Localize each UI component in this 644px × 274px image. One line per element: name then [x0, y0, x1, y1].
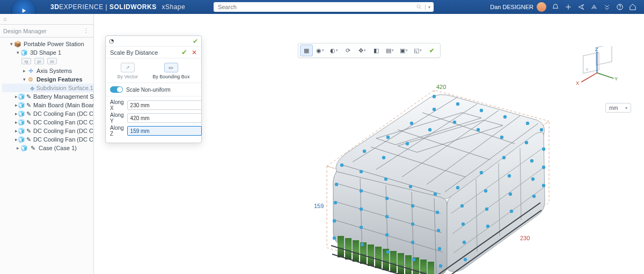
dim-z: 159 [314, 203, 324, 209]
svg-point-61 [360, 208, 363, 211]
dialog-icon: ◔ [109, 38, 114, 45]
svg-point-39 [503, 115, 507, 119]
svg-point-74 [438, 247, 441, 250]
3d-model[interactable]: 420 159 230 [301, 82, 564, 274]
dim-y: 420 [436, 84, 446, 90]
svg-point-47 [480, 171, 483, 174]
svg-point-32 [363, 150, 366, 153]
svg-text:X: X [576, 80, 580, 86]
svg-point-52 [428, 128, 431, 131]
tool-section[interactable]: ◧ [370, 45, 383, 56]
svg-point-34 [410, 122, 413, 125]
svg-point-50 [382, 156, 385, 159]
svg-point-80 [484, 189, 487, 192]
svg-point-70 [411, 241, 414, 244]
tool-fit[interactable]: ◉▾ [314, 45, 327, 56]
add-icon[interactable] [565, 3, 572, 11]
svg-point-48 [502, 156, 506, 159]
svg-point-88 [532, 195, 536, 198]
help-icon[interactable] [616, 3, 624, 11]
tree-toolbar[interactable]: ⌂ [0, 14, 93, 25]
tool-confirm[interactable]: ✔ [426, 45, 438, 56]
app-header: 3DEXPERIENCE | SOLIDWORKS xShape | ▾ Dan… [0, 0, 644, 14]
svg-rect-30 [428, 262, 434, 274]
collab2-icon[interactable] [603, 3, 611, 11]
tool-cube[interactable]: ◱▾ [412, 45, 425, 56]
svg-point-41 [540, 128, 543, 131]
svg-point-35 [433, 108, 436, 111]
svg-point-58 [333, 219, 336, 223]
svg-point-51 [406, 142, 409, 145]
tree-3d-shape[interactable]: ▾🧊3D Shape 1 [2, 48, 93, 57]
svg-point-36 [433, 95, 436, 98]
tree-item[interactable]: ▸🧊✎Case (Case 1) [2, 144, 93, 152]
tree-item[interactable]: ▸🧊✎DC Cooling Fan (DC Cooling F… [2, 118, 93, 127]
search-box[interactable]: | ▾ [214, 2, 434, 12]
svg-point-54 [477, 128, 480, 131]
scale-by-distance-dialog: ◔ ✔ Scale By Distance ✔ ✕ ↗By Vector ▭By… [105, 35, 202, 143]
svg-point-63 [361, 243, 364, 246]
svg-point-40 [526, 122, 529, 125]
svg-line-1 [420, 8, 422, 10]
svg-point-44 [409, 185, 412, 188]
tool-views[interactable]: ▣▾ [398, 45, 411, 56]
svg-rect-27 [405, 255, 412, 274]
along-x-input[interactable] [127, 100, 202, 110]
tree-item[interactable]: ▸🧊✎DC Cooling Fan (DC Cooling F… [2, 135, 93, 144]
svg-point-87 [531, 177, 535, 181]
tool-layers[interactable]: ▤▾ [384, 45, 397, 56]
design-manager-panel: ⌂ Design Manager⋮ ▾📦Portable Power Stati… [0, 14, 94, 274]
share-icon[interactable] [577, 3, 585, 11]
svg-point-43 [384, 177, 387, 181]
svg-point-85 [510, 210, 513, 213]
tree-item[interactable]: ▸🧊✎DC Cooling Fan (DC Cooling F… [2, 127, 93, 135]
dialog-minicheck-icon[interactable]: ✔ [193, 38, 198, 45]
svg-line-10 [597, 73, 613, 78]
svg-point-55 [500, 136, 503, 139]
svg-point-79 [464, 258, 467, 261]
dialog-cancel[interactable]: ✕ [192, 49, 197, 56]
collab-icon[interactable] [590, 3, 598, 11]
svg-text:Z: Z [595, 46, 598, 52]
svg-rect-22 [368, 245, 374, 266]
notification-icon[interactable] [552, 3, 559, 11]
tree-root[interactable]: ▾📦Portable Power Station [2, 40, 93, 48]
svg-point-33 [386, 136, 390, 139]
search-input[interactable] [217, 3, 416, 11]
mode-by-vector[interactable]: ↗By Vector [118, 63, 138, 79]
unit-selector[interactable]: mm▾ [605, 103, 631, 113]
play-icon [20, 7, 27, 14]
search-icon [416, 4, 422, 10]
svg-rect-19 [345, 238, 352, 260]
tool-orbit[interactable]: ⟳ [342, 45, 355, 56]
tool-shade[interactable]: ◐▾ [328, 45, 341, 56]
tree-item[interactable]: ▸🧊✎Battery Management System (… [2, 92, 93, 101]
orientation-triad[interactable]: Z Y X [571, 46, 619, 92]
tree-subdivision-surface[interactable]: ◆Subdivision Surface.1 [2, 84, 93, 92]
tree-header: Design Manager⋮ [0, 25, 93, 38]
svg-point-86 [530, 159, 533, 162]
home-icon[interactable] [629, 3, 636, 11]
along-z-input[interactable] [127, 126, 202, 136]
mode-by-bbox[interactable]: ▭By Bounding Box [152, 63, 189, 79]
svg-point-72 [436, 211, 439, 214]
tree-item[interactable]: ▸🧊✎DC Cooling Fan (DC Cooling F… [2, 109, 93, 118]
tree-item[interactable]: ▸🧊✎Main Board (Main Board - FFF 1) [2, 101, 93, 109]
tree-design-features[interactable]: ▾⚙Design Features [2, 75, 93, 84]
dim-x: 230 [520, 235, 530, 241]
dialog-ok[interactable]: ✔ [181, 48, 187, 56]
plane-chips[interactable]: xyyzzx [2, 57, 93, 66]
svg-rect-25 [390, 251, 397, 272]
svg-point-71 [412, 258, 415, 261]
tree-menu[interactable]: ⋮ [83, 27, 90, 34]
along-y-input[interactable] [127, 113, 202, 123]
svg-point-83 [508, 174, 511, 177]
tool-select[interactable]: ▦ [300, 45, 313, 56]
svg-point-78 [463, 241, 466, 244]
user-chip[interactable]: Dan DESIGNER [490, 2, 546, 12]
tree-axis-systems[interactable]: ▸✛Axis Systems [2, 66, 93, 75]
scale-non-uniform-toggle[interactable] [110, 86, 123, 93]
tool-pan[interactable]: ✥▾ [356, 45, 369, 56]
svg-point-5 [620, 9, 620, 9]
svg-point-60 [360, 189, 363, 192]
